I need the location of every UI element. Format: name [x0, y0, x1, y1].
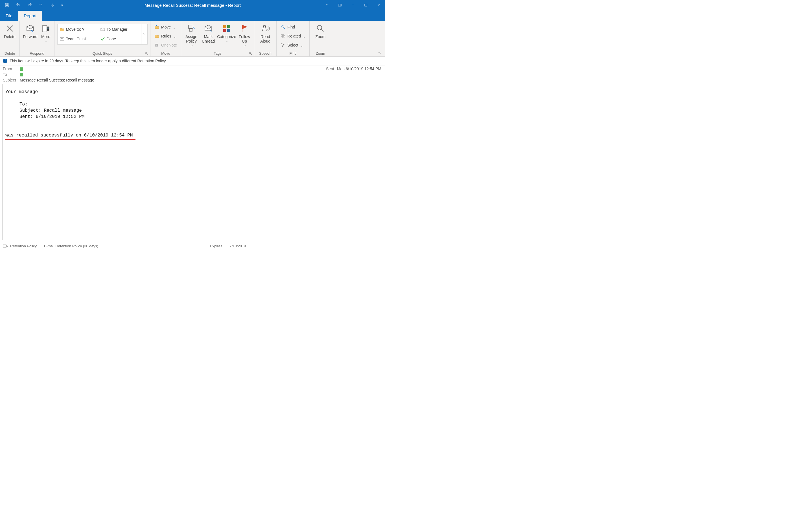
body-line-recalled: was recalled successfully on 6/10/2019 1…	[5, 132, 136, 139]
ribbon: Delete Delete Forward More Respond	[0, 21, 385, 57]
to-value	[20, 72, 326, 77]
svg-text:N: N	[155, 44, 157, 47]
next-item-icon[interactable]	[49, 2, 55, 8]
folder-move-icon	[154, 25, 159, 30]
group-respond: Forward More Respond	[20, 21, 54, 56]
window-controls	[320, 0, 385, 10]
infobar-text: This item will expire in 29 days. To kee…	[9, 59, 167, 63]
check-icon	[100, 37, 105, 41]
quickstep-done[interactable]: Done	[99, 34, 140, 44]
message-body[interactable]: Your message To: Subject: Recall message…	[2, 84, 383, 240]
chevron-down-icon	[303, 35, 305, 37]
quickstep-tomanager[interactable]: To Manager	[99, 25, 140, 34]
quicksteps-expand[interactable]	[141, 24, 147, 44]
body-line-sent: Sent: 6/10/2019 12:52 PM	[5, 114, 380, 120]
body-line-to: To:	[5, 101, 380, 107]
undo-icon[interactable]	[15, 2, 21, 8]
svg-point-16	[282, 26, 284, 28]
onenote-icon: N	[154, 43, 159, 48]
delete-button[interactable]: Delete	[2, 22, 18, 39]
from-value	[20, 67, 326, 71]
collapse-ribbon	[331, 21, 385, 56]
forward-button[interactable]: Forward	[21, 22, 39, 39]
more-icon	[41, 24, 51, 33]
chevron-down-icon	[191, 44, 193, 46]
previous-item-icon[interactable]	[38, 2, 44, 8]
group-find-label: Find	[278, 50, 307, 56]
svg-rect-2	[42, 26, 47, 32]
search-icon	[280, 25, 286, 30]
svg-rect-1	[365, 4, 367, 6]
tags-dialog-launcher[interactable]	[249, 51, 253, 55]
envelope-team-icon	[60, 37, 64, 41]
delete-label: Delete	[4, 34, 15, 39]
expires-label: Expires	[210, 244, 222, 248]
collapse-ribbon-icon[interactable]	[377, 51, 381, 55]
tab-report[interactable]: Report	[18, 11, 42, 21]
sent-value: Mon 6/10/2019 12:54 PM	[337, 67, 383, 71]
to-label: To	[3, 72, 20, 77]
close-icon[interactable]	[372, 0, 385, 10]
quickstep-moveto-label: Move to: ?	[66, 27, 84, 32]
delete-icon	[5, 24, 15, 33]
svg-rect-0	[338, 4, 342, 6]
read-aloud-button[interactable]: Read Aloud	[256, 22, 275, 44]
follow-up-button[interactable]: Follow Up	[237, 22, 252, 46]
minimize-icon[interactable]	[346, 0, 359, 10]
onenote-label: OneNote	[161, 43, 177, 47]
tab-file[interactable]: File	[0, 11, 18, 21]
svg-rect-13	[223, 29, 226, 32]
group-find: Find Related Select Find	[277, 21, 310, 56]
group-respond-label: Respond	[21, 50, 52, 56]
assign-policy-button[interactable]: Assign Policy	[183, 22, 200, 46]
rules-label: Rules	[161, 34, 171, 38]
assign-policy-label: Assign Policy	[183, 34, 200, 44]
svg-rect-15	[227, 29, 230, 32]
svg-rect-9	[189, 25, 193, 28]
retention-policy-value: E-mail Retention Policy (30 days)	[44, 244, 98, 248]
cursor-icon	[280, 43, 286, 48]
categorize-button[interactable]: Categorize	[217, 22, 237, 41]
related-button[interactable]: Related	[279, 33, 306, 40]
redo-icon[interactable]	[27, 2, 33, 8]
onenote-button: N OneNote	[153, 42, 178, 49]
quickstep-moveto[interactable]: Move to: ?	[59, 25, 99, 34]
status-bar: Retention Policy E-mail Retention Policy…	[0, 242, 385, 250]
zoom-button[interactable]: Zoom	[311, 22, 329, 39]
chevron-down-icon	[174, 35, 176, 37]
maximize-icon[interactable]	[359, 0, 372, 10]
save-icon[interactable]	[4, 2, 10, 8]
assign-policy-icon	[187, 24, 196, 33]
zoom-icon	[316, 24, 325, 33]
find-button[interactable]: Find	[279, 24, 306, 30]
quicksteps-dialog-launcher[interactable]	[145, 51, 149, 55]
retention-policy-label: Retention Policy	[10, 244, 37, 248]
quickstep-teamemail[interactable]: Team Email	[59, 34, 99, 44]
flag-icon	[240, 24, 249, 33]
body-line-yourmessage: Your message	[5, 89, 380, 95]
expires-value: 7/10/2019	[230, 244, 246, 248]
more-button[interactable]: More	[39, 22, 52, 41]
body-line-subject: Subject: Recall message	[5, 107, 380, 114]
group-quicksteps: Move to: ? To Manager Team Email Done	[54, 21, 150, 56]
select-button[interactable]: Select	[279, 42, 306, 49]
group-zoom: Zoom Zoom	[310, 21, 331, 56]
related-label: Related	[287, 34, 301, 38]
svg-rect-11	[223, 25, 226, 28]
ribbon-display-icon[interactable]	[333, 0, 346, 10]
titlebar: Message Recall Success: Recall message -…	[0, 0, 385, 10]
rules-button[interactable]: Rules	[153, 33, 178, 40]
sent-label: Sent	[326, 67, 337, 71]
svg-point-19	[317, 25, 322, 30]
mark-unread-button[interactable]: Mark Unread	[200, 22, 217, 44]
help-icon[interactable]	[320, 0, 333, 10]
quickstep-done-label: Done	[107, 37, 116, 41]
move-button[interactable]: Move	[153, 24, 178, 30]
quicksteps-gallery: Move to: ? To Manager Team Email Done	[57, 24, 148, 45]
customize-qat-icon[interactable]	[60, 2, 64, 8]
chevron-down-icon	[45, 39, 47, 41]
from-label: From	[3, 67, 20, 71]
retention-infobar[interactable]: i This item will expire in 29 days. To k…	[0, 57, 385, 66]
info-icon: i	[3, 59, 7, 63]
forward-label: Forward	[23, 34, 37, 39]
